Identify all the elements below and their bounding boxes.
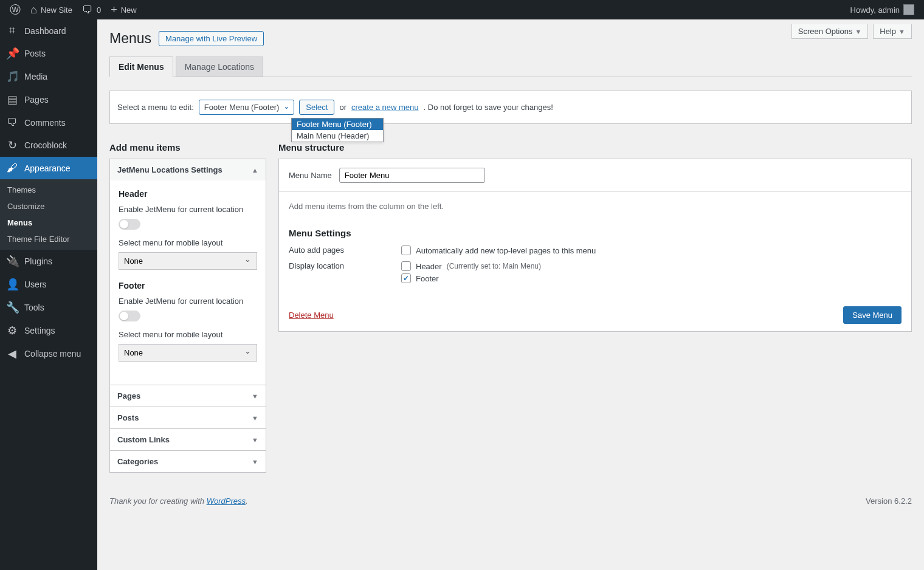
menu-name-input[interactable] bbox=[339, 168, 485, 183]
menu-hint: Add menu items from the column on the le… bbox=[289, 202, 902, 211]
menu-name-label: Menu Name bbox=[289, 171, 332, 180]
menu-dropdown: Footer Menu (Footer) Main Menu (Header) bbox=[291, 118, 384, 142]
jetmenu-panel-header[interactable]: JetMenu Locations Settings ▲ bbox=[110, 159, 266, 180]
site-link[interactable]: ⌂New Site bbox=[26, 0, 77, 19]
location-footer-text: Footer bbox=[416, 274, 439, 283]
page-title: Menus bbox=[109, 30, 151, 47]
sub-menus[interactable]: Menus bbox=[0, 215, 97, 231]
menu-settings[interactable]: ⚙Settings bbox=[0, 319, 97, 342]
menu-dashboard[interactable]: ⌗Dashboard bbox=[0, 19, 97, 42]
enable-jetmenu-label: Enable JetMenu for current location bbox=[119, 297, 257, 306]
location-header-checkbox[interactable] bbox=[401, 261, 411, 271]
header-mobile-select[interactable]: None bbox=[119, 252, 257, 270]
comment-icon: 🗨 bbox=[6, 116, 18, 129]
location-header-text: Header bbox=[416, 262, 442, 271]
select-menu-label: Select a menu to edit: bbox=[117, 103, 194, 112]
comments-link[interactable]: 🗨0 bbox=[77, 0, 106, 19]
menu-crocoblock[interactable]: ↻Crocoblock bbox=[0, 134, 97, 157]
location-footer-checkbox[interactable] bbox=[401, 273, 411, 283]
jetmenu-panel: JetMenu Locations Settings ▲ Header Enab… bbox=[109, 159, 266, 385]
footer-mobile-select[interactable]: None bbox=[119, 344, 257, 362]
or-text: or bbox=[339, 103, 346, 112]
nav-tabs: Edit Menus Manage Locations bbox=[109, 57, 912, 77]
add-items-title: Add menu items bbox=[109, 142, 266, 153]
menu-plugins[interactable]: 🔌Plugins bbox=[0, 250, 97, 273]
save-menu-button[interactable]: Save Menu bbox=[843, 306, 902, 324]
dropdown-option[interactable]: Main Menu (Header) bbox=[292, 130, 383, 142]
auto-add-checkbox[interactable] bbox=[401, 246, 411, 255]
wordpress-icon: ⓦ bbox=[10, 4, 21, 15]
mobile-menu-label: Select menu for mobile layout bbox=[119, 238, 257, 247]
reminder-text: . Do not forget to save your changes! bbox=[424, 103, 553, 112]
jetmenu-footer-label: Footer bbox=[119, 281, 257, 290]
create-menu-link[interactable]: create a new menu bbox=[351, 103, 419, 112]
sub-editor[interactable]: Theme File Editor bbox=[0, 231, 97, 247]
display-location-label: Display location bbox=[289, 261, 401, 270]
custom-links-panel: Custom Links▼ bbox=[109, 428, 266, 451]
plug-icon: 🔌 bbox=[6, 255, 18, 268]
dashboard-icon: ⌗ bbox=[6, 24, 18, 37]
wordpress-link[interactable]: WordPress bbox=[207, 496, 246, 506]
delete-menu-link[interactable]: Delete Menu bbox=[289, 311, 334, 320]
chevron-down-icon: ▼ bbox=[898, 28, 905, 35]
wp-logo[interactable]: ⓦ bbox=[5, 0, 26, 19]
tab-manage-locations[interactable]: Manage Locations bbox=[176, 57, 263, 77]
menu-media[interactable]: 🎵Media bbox=[0, 65, 97, 88]
collapse-icon: ◀ bbox=[6, 347, 18, 360]
croco-icon: ↻ bbox=[6, 139, 18, 152]
mobile-menu-label: Select menu for mobile layout bbox=[119, 330, 257, 339]
howdy-link[interactable]: Howdy, admin bbox=[846, 0, 919, 19]
auto-add-label: Auto add pages bbox=[289, 246, 401, 255]
menu-comments[interactable]: 🗨Comments bbox=[0, 111, 97, 134]
gear-icon: ⚙ bbox=[6, 324, 18, 337]
categories-panel-header[interactable]: Categories▼ bbox=[110, 451, 266, 472]
home-icon: ⌂ bbox=[30, 4, 37, 15]
media-icon: 🎵 bbox=[6, 70, 18, 83]
brush-icon: 🖌 bbox=[6, 162, 18, 174]
admin-bar: ⓦ ⌂New Site 🗨0 +New Howdy, admin bbox=[0, 0, 924, 19]
location-header-sub: (Currently set to: Main Menu) bbox=[447, 262, 541, 270]
chevron-down-icon: ▼ bbox=[252, 436, 258, 444]
chevron-down-icon: ▼ bbox=[252, 458, 258, 465]
pin-icon: 📌 bbox=[6, 47, 18, 60]
menu-pages[interactable]: ▤Pages bbox=[0, 88, 97, 111]
chevron-down-icon: ▼ bbox=[252, 414, 258, 422]
wrench-icon: 🔧 bbox=[6, 301, 18, 314]
screen-options-button[interactable]: Screen Options▼ bbox=[791, 24, 869, 39]
user-icon: 👤 bbox=[6, 278, 18, 291]
categories-panel: Categories▼ bbox=[109, 450, 266, 473]
menu-structure-box: Menu Name Add menu items from the column… bbox=[278, 159, 912, 332]
jetmenu-header-label: Header bbox=[119, 189, 257, 199]
menu-settings-title: Menu Settings bbox=[289, 228, 902, 238]
help-button[interactable]: Help▼ bbox=[873, 24, 912, 39]
header-toggle[interactable] bbox=[119, 219, 140, 230]
collapse-menu[interactable]: ◀Collapse menu bbox=[0, 342, 97, 365]
appearance-submenu: Themes Customize Menus Theme File Editor bbox=[0, 179, 97, 250]
menu-tools[interactable]: 🔧Tools bbox=[0, 296, 97, 319]
dropdown-option[interactable]: Footer Menu (Footer) bbox=[292, 118, 383, 130]
new-link[interactable]: +New bbox=[106, 0, 142, 19]
menu-posts[interactable]: 📌Posts bbox=[0, 42, 97, 65]
comment-icon: 🗨 bbox=[82, 4, 93, 15]
menu-appearance[interactable]: 🖌Appearance bbox=[0, 157, 97, 179]
tab-edit-menus[interactable]: Edit Menus bbox=[109, 57, 173, 77]
chevron-down-icon: ▼ bbox=[855, 28, 861, 35]
menu-select-row: Select a menu to edit: Footer Menu (Foot… bbox=[109, 91, 912, 124]
posts-panel: Posts▼ bbox=[109, 407, 266, 429]
version-text: Version 6.2.2 bbox=[866, 496, 912, 506]
live-preview-button[interactable]: Manage with Live Preview bbox=[159, 31, 264, 46]
sub-customize[interactable]: Customize bbox=[0, 198, 97, 215]
content-area: Screen Options▼ Help▼ Menus Manage with … bbox=[97, 19, 924, 570]
menu-users[interactable]: 👤Users bbox=[0, 273, 97, 296]
select-button[interactable]: Select bbox=[299, 100, 334, 115]
custom-links-panel-header[interactable]: Custom Links▼ bbox=[110, 429, 266, 450]
enable-jetmenu-label: Enable JetMenu for current location bbox=[119, 205, 257, 214]
menu-structure-title: Menu structure bbox=[278, 142, 912, 153]
pages-panel-header[interactable]: Pages▼ bbox=[110, 385, 266, 407]
footer-toggle[interactable] bbox=[119, 311, 140, 321]
chevron-down-icon: ▼ bbox=[252, 393, 258, 400]
page-icon: ▤ bbox=[6, 93, 18, 106]
menu-select[interactable]: Footer Menu (Footer) bbox=[199, 100, 295, 115]
posts-panel-header[interactable]: Posts▼ bbox=[110, 407, 266, 428]
sub-themes[interactable]: Themes bbox=[0, 182, 97, 198]
